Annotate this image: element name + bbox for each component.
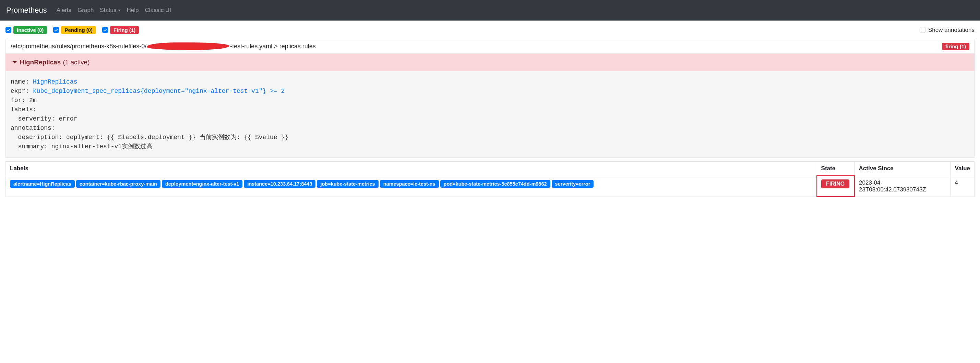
- pill-inactive[interactable]: Inactive (0): [13, 26, 47, 34]
- pill-pending[interactable]: Pending (0): [61, 26, 96, 34]
- checkbox-show-annotations[interactable]: [920, 27, 926, 33]
- rule-definition: name: HignReplicasexpr: kube_deployment_…: [5, 71, 975, 158]
- alert-header[interactable]: HignReplicas (1 active): [5, 54, 975, 71]
- label-badge[interactable]: deployment=nginx-alter-test-v1: [162, 180, 243, 188]
- navbar: Prometheus Alerts Graph Status Help Clas…: [0, 0, 980, 21]
- cell-active-since: 2023-04-23T08:00:42.073930743Z: [854, 176, 950, 197]
- nav-classic-ui[interactable]: Classic UI: [145, 7, 172, 14]
- nav-graph[interactable]: Graph: [78, 7, 94, 14]
- nav-links: Alerts Graph Status Help Classic UI: [57, 7, 171, 14]
- state-badge-firing: FIRING: [821, 179, 850, 189]
- label-badge[interactable]: alertname=HignReplicas: [10, 180, 75, 188]
- filter-inactive: Inactive (0): [5, 26, 47, 34]
- show-annotations: Show annotations: [920, 27, 975, 33]
- th-active-since: Active Since: [854, 162, 950, 176]
- alert-active-count: (1 active): [63, 59, 89, 66]
- checkbox-pending[interactable]: [53, 27, 59, 33]
- label-badge[interactable]: job=kube-state-metrics: [317, 180, 378, 188]
- label-badge[interactable]: container=kube-rbac-proxy-main: [76, 180, 161, 188]
- redacted-region: [147, 43, 229, 50]
- nav-status-label: Status: [100, 7, 116, 14]
- label-badge[interactable]: pod=kube-state-metrics-5c855c74dd-m9862: [440, 180, 550, 188]
- content: Inactive (0) Pending (0) Firing (1) Show…: [0, 21, 980, 202]
- checkbox-firing[interactable]: [102, 27, 108, 33]
- label-badge[interactable]: instance=10.233.64.17:8443: [244, 180, 315, 188]
- checkbox-inactive[interactable]: [5, 27, 11, 33]
- table-row: alertname=HignReplicascontainer=kube-rba…: [6, 176, 975, 197]
- nav-alerts[interactable]: Alerts: [57, 7, 71, 14]
- caret-down-icon: [118, 10, 121, 11]
- alerts-table: Labels State Active Since Value alertnam…: [5, 161, 975, 197]
- filter-left: Inactive (0) Pending (0) Firing (1): [5, 26, 139, 34]
- rule-file-header[interactable]: /etc/prometheus/rules/prometheus-k8s-rul…: [5, 39, 975, 54]
- rule-path-suffix: -test-rules.yaml > replicas.rules: [230, 43, 316, 50]
- check-icon: [103, 28, 107, 32]
- filter-firing: Firing (1): [102, 26, 139, 34]
- rule-def-link[interactable]: kube_deployment_spec_replicas{deployment…: [33, 88, 285, 95]
- cell-value: 4: [950, 176, 974, 197]
- cell-state: FIRING: [817, 176, 854, 197]
- rule-file-path: /etc/prometheus/rules/prometheus-k8s-rul…: [11, 43, 316, 50]
- firing-count-badge: firing (1): [942, 43, 969, 50]
- label-badge[interactable]: serverity=error: [552, 180, 594, 188]
- cell-labels: alertname=HignReplicascontainer=kube-rba…: [6, 176, 817, 197]
- check-icon: [54, 28, 58, 32]
- label-badge[interactable]: namespace=lc-test-ns: [380, 180, 439, 188]
- th-labels: Labels: [6, 162, 817, 176]
- check-icon: [6, 28, 10, 32]
- filter-bar: Inactive (0) Pending (0) Firing (1) Show…: [5, 26, 975, 34]
- pill-firing[interactable]: Firing (1): [110, 26, 139, 34]
- brand[interactable]: Prometheus: [6, 6, 47, 15]
- table-header-row: Labels State Active Since Value: [6, 162, 975, 176]
- rule-def-link[interactable]: HignReplicas: [33, 78, 78, 85]
- rule-group: /etc/prometheus/rules/prometheus-k8s-rul…: [5, 39, 975, 197]
- chevron-down-icon: [12, 60, 18, 65]
- filter-pending: Pending (0): [53, 26, 96, 34]
- th-value: Value: [950, 162, 974, 176]
- show-annotations-label: Show annotations: [928, 27, 975, 33]
- alert-name: HignReplicas: [19, 59, 61, 66]
- th-state: State: [817, 162, 854, 176]
- rule-path-prefix: /etc/prometheus/rules/prometheus-k8s-rul…: [11, 43, 146, 50]
- nav-status[interactable]: Status: [100, 7, 120, 14]
- nav-help[interactable]: Help: [127, 7, 139, 14]
